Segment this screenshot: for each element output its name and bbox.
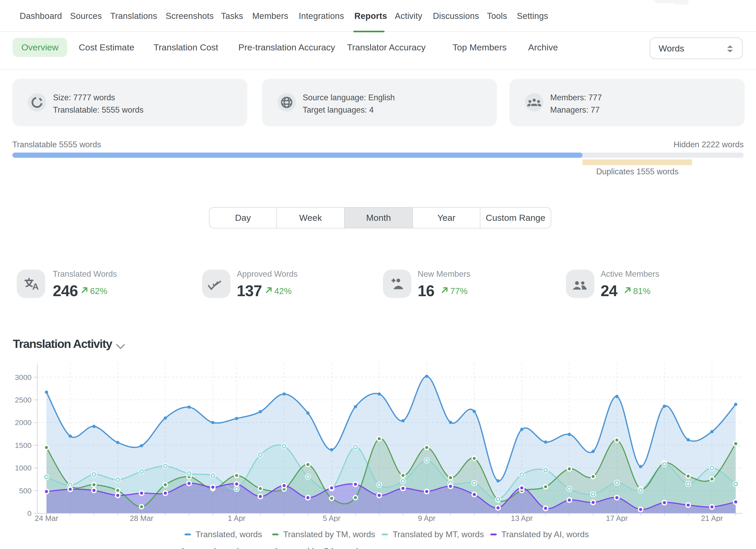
svg-text:5 Apr: 5 Apr: [323, 514, 341, 522]
svg-text:0: 0: [27, 509, 31, 517]
svg-text:3000: 3000: [15, 373, 31, 381]
svg-text:21 Apr: 21 Apr: [701, 514, 723, 522]
svg-text:1500: 1500: [15, 441, 31, 449]
svg-text:9 Apr: 9 Apr: [418, 514, 436, 522]
svg-text:2500: 2500: [15, 396, 31, 404]
svg-text:17 Apr: 17 Apr: [606, 514, 628, 522]
svg-text:A: A: [32, 281, 39, 291]
svg-text:13 Apr: 13 Apr: [511, 514, 533, 522]
svg-text:28 Mar: 28 Mar: [130, 514, 153, 522]
svg-text:2000: 2000: [15, 418, 31, 427]
svg-text:500: 500: [19, 487, 31, 495]
svg-text:1000: 1000: [15, 464, 31, 472]
svg-text:24 Mar: 24 Mar: [35, 514, 58, 522]
svg-text:1 Apr: 1 Apr: [228, 514, 246, 522]
